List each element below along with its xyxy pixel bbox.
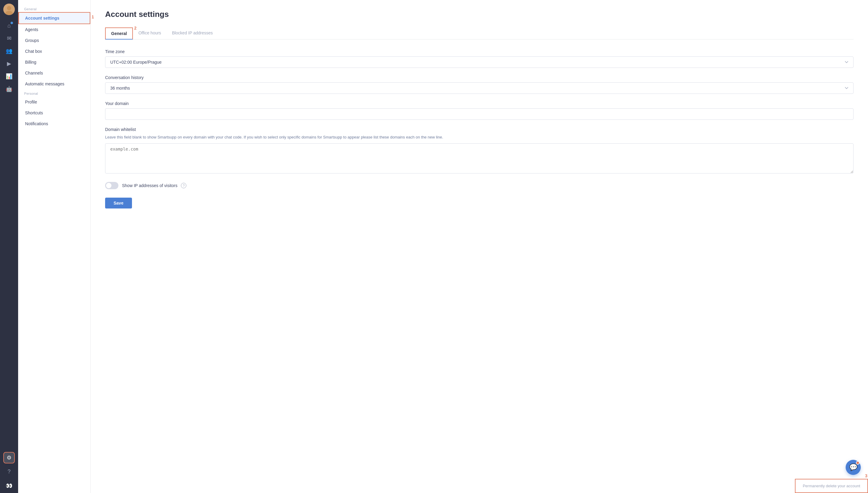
domain-whitelist-desc: Leave this field blank to show Smartsupp… <box>105 134 853 140</box>
personal-section-label: Personal <box>18 89 90 97</box>
notification-dot <box>11 22 13 24</box>
tabs: General 2 Office hours Blocked IP addres… <box>105 27 853 40</box>
timezone-group: Time zone UTC+02:00 Europe/Prague <box>105 49 853 68</box>
chat-nav-icon[interactable]: ✉ <box>3 33 15 44</box>
delete-account-banner[interactable]: Permanently delete your account 3 <box>795 479 868 493</box>
contacts-nav-icon[interactable]: 👥 <box>3 45 15 57</box>
help-nav-icon[interactable]: ? <box>3 466 15 477</box>
show-ip-help-icon[interactable]: ? <box>181 183 186 188</box>
domain-whitelist-textarea[interactable] <box>105 143 853 173</box>
domain-whitelist-label: Domain whitelist <box>105 127 853 132</box>
nav-item-channels[interactable]: Channels <box>18 68 90 79</box>
avatar[interactable] <box>3 4 15 15</box>
nav-item-groups[interactable]: Groups <box>18 35 90 46</box>
conversation-history-group: Conversation history 36 months <box>105 75 853 94</box>
conversation-history-select[interactable]: 36 months <box>105 82 853 94</box>
save-button[interactable]: Save <box>105 198 132 209</box>
nav-item-automatic-messages[interactable]: Automatic messages <box>18 79 90 89</box>
main-content: Account settings General 2 Office hours … <box>90 0 868 493</box>
home-nav-icon[interactable]: ⌂ <box>3 20 15 31</box>
delete-account-label: Permanently delete your account <box>803 484 860 488</box>
general-section-label: General <box>18 5 90 12</box>
show-ip-label: Show IP addresses of visitors <box>122 183 177 188</box>
chat-fab-notification-dot <box>856 461 860 465</box>
nav-panel: General Account settings 1 Agents Groups… <box>18 0 90 493</box>
bot-nav-icon[interactable]: 🤖 <box>3 83 15 95</box>
settings-nav-icon[interactable]: ⚙ <box>3 452 15 464</box>
show-ip-row: Show IP addresses of visitors ? <box>105 182 853 189</box>
tab-blocked-ip[interactable]: Blocked IP addresses <box>166 27 218 40</box>
nav-item-notifications[interactable]: Notifications <box>18 118 90 129</box>
toggle-knob <box>106 183 112 188</box>
sidebar: ⌂ ✉ 👥 ▶ 📊 🤖 ⚙ ? 👀 <box>0 0 18 493</box>
nav-item-billing[interactable]: Billing <box>18 57 90 68</box>
timezone-label: Time zone <box>105 49 853 54</box>
nav-item-agents[interactable]: Agents <box>18 24 90 35</box>
chat-fab-icon: 💬 <box>849 464 857 471</box>
your-domain-input[interactable] <box>105 108 853 120</box>
conversation-history-label: Conversation history <box>105 75 853 80</box>
tab-office-hours[interactable]: Office hours <box>133 27 166 40</box>
nav-item-shortcuts[interactable]: Shortcuts <box>18 107 90 118</box>
your-domain-group: Your domain <box>105 101 853 120</box>
domain-whitelist-group: Domain whitelist Leave this field blank … <box>105 127 853 175</box>
logo: 👀 <box>3 482 15 489</box>
nav-item-profile[interactable]: Profile <box>18 97 90 107</box>
nav-item-chat-box[interactable]: Chat box <box>18 46 90 57</box>
chat-fab-button[interactable]: 💬 <box>846 460 861 475</box>
your-domain-label: Your domain <box>105 101 853 106</box>
chart-nav-icon[interactable]: 📊 <box>3 71 15 82</box>
nav-item-account-settings[interactable]: Account settings 1 <box>18 12 90 24</box>
timezone-select[interactable]: UTC+02:00 Europe/Prague <box>105 57 853 68</box>
sidebar-bottom: ⚙ ? 👀 <box>3 452 15 489</box>
tab-general[interactable]: General 2 <box>105 27 133 40</box>
page-title: Account settings <box>105 10 853 19</box>
svg-point-1 <box>7 6 11 10</box>
play-nav-icon[interactable]: ▶ <box>3 58 15 69</box>
show-ip-toggle[interactable] <box>105 182 118 189</box>
